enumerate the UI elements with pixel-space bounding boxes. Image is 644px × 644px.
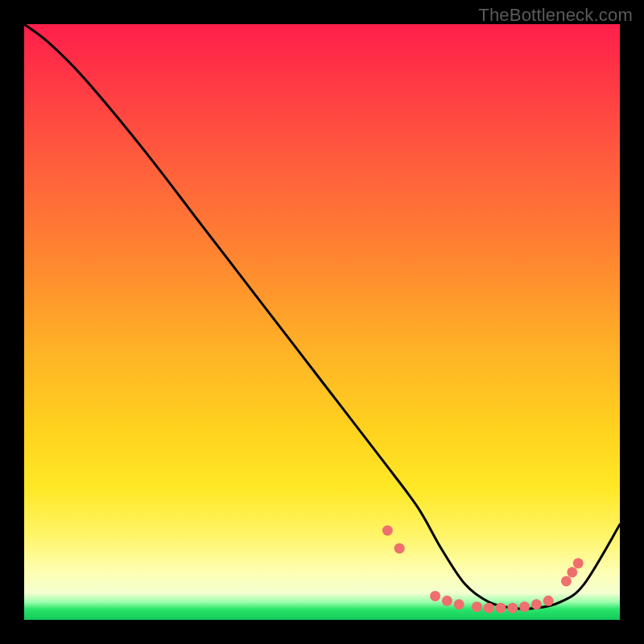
curve-marker	[507, 603, 518, 613]
curve-marker	[519, 601, 530, 612]
curve-marker	[442, 596, 452, 606]
curve-svg	[24, 24, 620, 620]
curve-marker	[561, 576, 572, 586]
bottleneck-curve-path	[24, 24, 620, 609]
curve-marker	[454, 599, 464, 609]
watermark-text: TheBottleneck.com	[478, 5, 633, 26]
curve-marker	[394, 543, 405, 554]
curve-marker	[573, 558, 584, 568]
plot-area	[24, 24, 620, 620]
curve-marker	[472, 601, 482, 612]
curve-marker	[531, 599, 542, 609]
chart-frame: TheBottleneck.com	[0, 0, 644, 644]
curve-marker	[543, 596, 554, 606]
curve-marker	[567, 567, 577, 577]
curve-marker	[484, 603, 494, 613]
curve-marker	[496, 603, 506, 613]
curve-marker	[430, 591, 440, 601]
curve-marker	[382, 526, 393, 536]
